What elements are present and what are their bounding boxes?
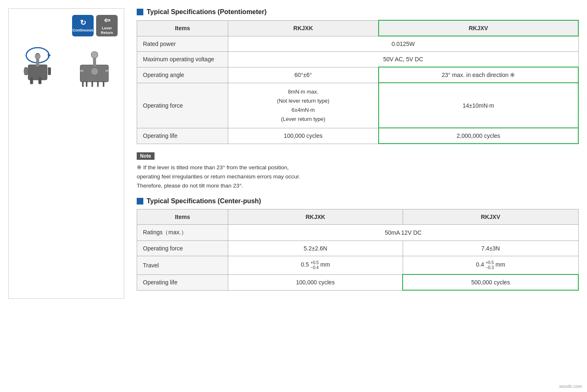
value-force-rkjxv: 14±10mN·m	[379, 83, 578, 128]
cp-value-travel-rkjxv: 0.4 +0.5 −0.3 mm	[403, 256, 578, 275]
cp-value-force-rkjxv: 7.4±3N	[403, 241, 578, 256]
potentiometer-table: Items RKJXK RKJXV Rated power 0.0125W Ma…	[137, 20, 579, 144]
cp-col-header-items: Items	[137, 209, 228, 225]
continuous-badge: ↻ Continuous	[72, 15, 94, 36]
table-row: Operating life 100,000 cycles 500,000 cy…	[137, 274, 579, 290]
table-row: Ratings（max.） 50mA 12V DC	[137, 225, 579, 241]
table-row: Travel 0.5 +0.5 −0.4 mm 0.4 +0.5 −0.	[137, 256, 579, 275]
table-row: Maximum operating voltage 50V AC, 5V DC	[137, 52, 579, 67]
lever-return-icon: ⇦	[104, 16, 110, 25]
value-force-rkjxk: 8mN·m max.(Not lever return type)6±4mN·m…	[228, 83, 379, 128]
travel-sup-rkjxv: +0.5	[486, 260, 494, 265]
value-rated-power: 0.0125W	[228, 36, 579, 52]
note-box: Note ※ If the lever is tilted more than …	[137, 152, 579, 190]
note-text: ※ If the lever is tilted more than 23° f…	[137, 163, 579, 190]
svg-rect-14	[92, 81, 93, 87]
section-square-icon-2	[137, 198, 143, 204]
potentiometer-section-title: Typical Specifications (Potentiometer)	[137, 8, 579, 16]
cp-col-header-rkjxv: RKJXV	[403, 209, 578, 225]
centerpush-section-title: Typical Specifications (Center-push)	[137, 197, 579, 205]
svg-rect-12	[82, 81, 84, 87]
item-rated-power: Rated power	[137, 36, 228, 52]
travel-supersub-rkjxk: +0.5 −0.4	[311, 260, 319, 270]
cp-item-life: Operating life	[137, 274, 228, 290]
section-square-icon	[137, 9, 143, 15]
item-operating-life: Operating life	[137, 128, 228, 144]
potentiometer-title-text: Typical Specifications (Potentiometer)	[147, 8, 267, 16]
col-header-rkjxv: RKJXV	[379, 20, 578, 36]
value-life-rkjxk: 100,000 cycles	[228, 128, 379, 144]
svg-point-19	[91, 67, 98, 75]
continuous-label: Continuous	[72, 28, 93, 33]
svg-rect-6	[30, 77, 33, 84]
svg-point-10	[24, 67, 29, 75]
table-row: Operating life 100,000 cycles 2,000,000 …	[137, 128, 579, 144]
value-life-rkjxv: 2,000,000 cycles	[379, 128, 578, 144]
continuous-icon: ↻	[80, 19, 86, 28]
lever-return-label: Lever Return	[96, 26, 118, 35]
cp-col-header-rkjxk: RKJXK	[228, 209, 403, 225]
item-operating-force: Operating force	[137, 83, 228, 128]
product-image-right	[75, 48, 116, 89]
travel-supersub-rkjxv: +0.5 −0.3	[486, 260, 494, 270]
svg-rect-16	[103, 81, 104, 87]
cp-value-force-rkjxk: 5.2±2.6N	[228, 241, 403, 256]
svg-point-9	[35, 54, 40, 59]
lever-return-badge: ⇦ Lever Return	[96, 15, 118, 36]
svg-rect-20	[80, 70, 83, 72]
right-panel: Typical Specifications (Potentiometer) I…	[137, 8, 579, 299]
cp-item-travel: Travel	[137, 256, 228, 275]
cp-value-travel-rkjxk: 0.5 +0.5 −0.4 mm	[228, 256, 403, 275]
value-max-voltage: 50V AC, 5V DC	[228, 52, 579, 67]
item-max-voltage: Maximum operating voltage	[137, 52, 228, 67]
centerpush-table: Items RKJXK RKJXV Ratings（max.） 50mA 12V…	[137, 209, 579, 291]
svg-rect-7	[39, 77, 41, 84]
product-image-left	[17, 44, 66, 89]
value-angle-rkjxk: 60°±6°	[228, 67, 379, 83]
svg-rect-21	[106, 70, 109, 72]
cp-value-ratings: 50mA 12V DC	[228, 225, 579, 241]
travel-sup-rkjxk: +0.5	[311, 260, 319, 265]
value-angle-rkjxv: 23° max. in each direction ※	[379, 67, 578, 83]
badge-row: ↻ Continuous ⇦ Lever Return	[15, 15, 118, 36]
table-row: Operating force 8mN·m max.(Not lever ret…	[137, 83, 579, 128]
left-panel: ↻ Continuous ⇦ Lever Return	[8, 8, 124, 299]
product-section: ↻ Continuous ⇦ Lever Return	[15, 15, 118, 94]
cp-value-life-rkjxk: 100,000 cycles	[228, 274, 403, 290]
travel-sub-rkjxk: −0.4	[311, 265, 319, 270]
note-label: Note	[137, 152, 155, 160]
travel-sub-rkjxv: −0.3	[486, 265, 494, 270]
cp-item-ratings: Ratings（max.）	[137, 225, 228, 241]
centerpush-title-text: Typical Specifications (Center-push)	[147, 197, 261, 205]
svg-rect-5	[48, 67, 51, 75]
col-header-items: Items	[137, 20, 228, 36]
product-images	[15, 40, 118, 94]
page-container: ↻ Continuous ⇦ Lever Return	[8, 8, 579, 299]
item-operating-angle: Operating angle	[137, 67, 228, 83]
svg-rect-15	[97, 81, 99, 87]
table-row: Rated power 0.0125W	[137, 36, 579, 52]
cp-value-life-rkjxv: 500,000 cycles	[403, 274, 578, 290]
svg-rect-13	[86, 81, 87, 87]
table-row: Operating force 5.2±2.6N 7.4±3N	[137, 241, 579, 256]
table-row: Operating angle 60°±6° 23° max. in each …	[137, 67, 579, 83]
svg-point-18	[91, 51, 98, 58]
cp-item-force: Operating force	[137, 241, 228, 256]
col-header-rkjxk: RKJXK	[228, 20, 379, 36]
